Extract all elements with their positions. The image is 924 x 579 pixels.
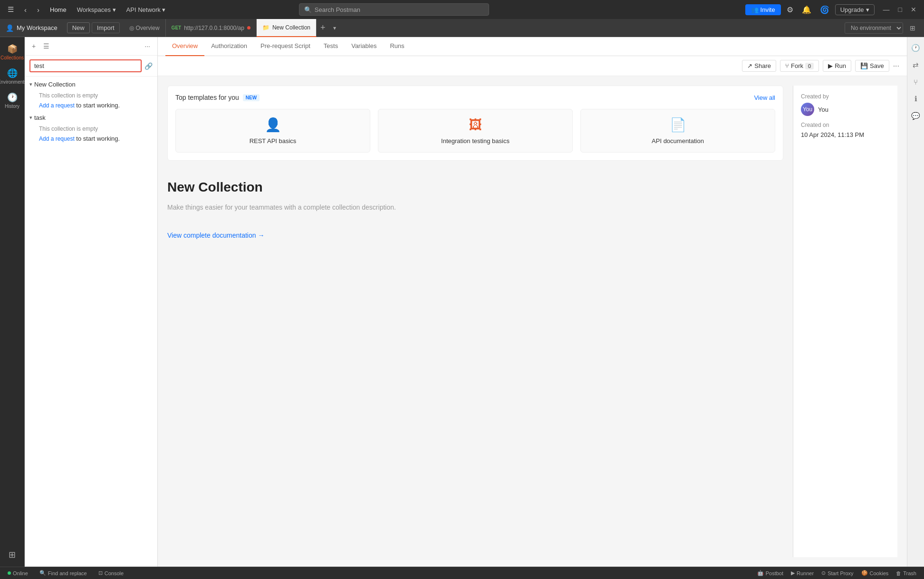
- filter-btn[interactable]: ☰: [41, 41, 52, 51]
- info-panel-btn[interactable]: ℹ: [913, 92, 919, 106]
- trash-btn[interactable]: 🗑 Trash: [893, 569, 919, 577]
- sidebar-item-flows[interactable]: ⊞: [2, 547, 23, 563]
- flows-icon: ⊞: [9, 550, 16, 560]
- panel-more-btn[interactable]: ···: [142, 41, 153, 51]
- tab-get-request[interactable]: GET http://127.0.0.1:8000/ap: [166, 19, 257, 37]
- close-btn[interactable]: ✕: [907, 4, 920, 15]
- collection-header-new[interactable]: ▾ New Collection: [25, 78, 157, 90]
- api-docs-icon: 📄: [670, 117, 686, 133]
- tab-content-variables[interactable]: Variables: [345, 37, 383, 56]
- collection-name-input[interactable]: [29, 59, 142, 72]
- back-btn[interactable]: ‹: [20, 4, 30, 16]
- workspaces-btn[interactable]: Workspaces ▾: [73, 4, 120, 15]
- search-icon: 🔍: [304, 6, 312, 13]
- layout-icon-btn[interactable]: ⊞: [907, 22, 918, 34]
- tabs-area: ◎ Overview GET http://127.0.0.1:8000/ap …: [124, 19, 841, 37]
- menu-icon-btn[interactable]: ☰: [4, 3, 18, 16]
- avatar-btn[interactable]: 🌀: [817, 3, 832, 16]
- console-btn[interactable]: ⊡ Console: [96, 569, 126, 577]
- apinetwork-btn[interactable]: API Network ▾: [123, 4, 170, 15]
- cookies-icon: 🍪: [861, 570, 868, 576]
- collection-body-new: This collection is empty Add a request t…: [25, 90, 157, 112]
- runner-btn[interactable]: ▶ Runner: [788, 569, 817, 577]
- workspace-name: 👤 My Workspace: [6, 24, 58, 32]
- empty-collection-msg-new: This collection is empty: [34, 90, 157, 101]
- fork-panel-btn[interactable]: ⑂: [912, 75, 920, 89]
- empty-collection-msg-task: This collection is empty: [34, 124, 157, 134]
- run-icon: ▶: [828, 62, 833, 69]
- tab-new-collection[interactable]: 📁 New Collection: [257, 19, 317, 37]
- content-toolbar: ↗ Share ⑂ Fork 0 ▶ Run 💾 Save ···: [158, 56, 907, 76]
- online-status[interactable]: Online: [5, 569, 31, 577]
- far-right-panel: 🕐 ⇄ ⑂ ℹ 💬: [907, 37, 924, 567]
- share-btn[interactable]: ↗ Share: [742, 60, 776, 72]
- history-panel-btn[interactable]: 🕐: [909, 41, 922, 55]
- template-api-docs[interactable]: 📄 API documentation: [580, 109, 775, 153]
- fork-btn[interactable]: ⑂ Fork 0: [780, 60, 819, 72]
- comment-panel-btn[interactable]: 💬: [909, 109, 922, 123]
- add-collection-btn[interactable]: +: [29, 41, 38, 51]
- view-docs-link[interactable]: View complete documentation →: [167, 232, 783, 239]
- forward-btn[interactable]: ›: [33, 4, 43, 16]
- find-replace-btn[interactable]: 🔍 Find and replace: [37, 569, 90, 577]
- right-sidebar: Created by You You Created on 10 Apr 202…: [793, 86, 897, 557]
- maximize-btn[interactable]: □: [895, 4, 906, 15]
- template-integration-testing[interactable]: 🖼 Integration testing basics: [378, 109, 573, 153]
- created-user: You You: [801, 103, 890, 116]
- tab-content-runs[interactable]: Runs: [383, 37, 411, 56]
- trash-icon: 🗑: [896, 570, 901, 576]
- sidebar-item-collections[interactable]: 📦 Collections: [2, 41, 23, 63]
- add-request-link-new[interactable]: Add a request: [39, 102, 75, 109]
- search-bar[interactable]: 🔍 Search Postman: [299, 3, 489, 16]
- tab-content-overview[interactable]: Overview: [165, 37, 204, 56]
- content-tabs: Overview Authorization Pre-request Scrip…: [158, 37, 907, 56]
- add-request-link-task[interactable]: Add a request: [39, 135, 75, 142]
- history-icon: 🕐: [7, 92, 18, 103]
- run-btn[interactable]: ▶ Run: [823, 60, 851, 72]
- collections-panel: + ☰ ··· 🔗 ▾ New Collection: [25, 37, 158, 567]
- avatar: You: [801, 103, 814, 116]
- created-by-section: Created by You You: [801, 93, 890, 116]
- tab-content-authorization[interactable]: Authorization: [204, 37, 254, 56]
- created-on-date: 10 Apr 2024, 11:13 PM: [801, 131, 890, 138]
- tab-content-prerequest[interactable]: Pre-request Script: [254, 37, 317, 56]
- import-btn[interactable]: Import: [92, 22, 120, 33]
- tab-overview[interactable]: ◎ Overview: [124, 19, 166, 37]
- collection-main-title: New Collection: [167, 180, 783, 195]
- templates-header: Top templates for you NEW View all: [175, 94, 775, 101]
- tab-content-tests[interactable]: Tests: [317, 37, 345, 56]
- toolbar-more-btn[interactable]: ···: [893, 60, 899, 72]
- overview-icon: ◎: [129, 25, 134, 31]
- panel-header: + ☰ ···: [25, 37, 157, 56]
- invite-btn[interactable]: 👥 Invite: [745, 4, 781, 15]
- view-all-link[interactable]: View all: [754, 94, 775, 101]
- collection-header-task[interactable]: ▾ task: [25, 112, 157, 124]
- second-bar: 👤 My Workspace New Import ◎ Overview GET…: [0, 19, 924, 37]
- bell-icon-btn[interactable]: 🔔: [799, 3, 814, 16]
- new-btn[interactable]: New: [67, 22, 90, 33]
- settings-icon-btn[interactable]: ⚙: [784, 3, 796, 16]
- start-proxy-btn[interactable]: ⊙ Start Proxy: [818, 569, 856, 577]
- home-btn[interactable]: Home: [46, 4, 70, 15]
- tabs-chevron[interactable]: ▾: [329, 23, 340, 33]
- top-right-area: 👥 Invite ⚙ 🔔 🌀 Upgrade ▾ — □ ✕: [745, 3, 920, 16]
- created-by-label: Created by: [801, 93, 890, 100]
- online-dot: [8, 571, 11, 575]
- add-tab-btn[interactable]: +: [317, 21, 329, 35]
- save-btn[interactable]: 💾 Save: [855, 60, 889, 72]
- cookies-btn[interactable]: 🍪 Cookies: [858, 569, 892, 577]
- sidebar-item-environments[interactable]: 🌐 Environments: [2, 65, 23, 87]
- proxy-icon: ⊙: [821, 570, 826, 576]
- minimize-btn[interactable]: —: [879, 4, 894, 15]
- postbot-btn[interactable]: 🤖 Postbot: [754, 569, 786, 577]
- environment-select[interactable]: No environment: [845, 22, 903, 34]
- main-content: Overview Authorization Pre-request Scrip…: [158, 37, 907, 567]
- upgrade-btn[interactable]: Upgrade ▾: [835, 4, 875, 15]
- git-panel-btn[interactable]: ⇄: [911, 58, 921, 72]
- template-rest-api[interactable]: 👤 REST API basics: [175, 109, 370, 153]
- templates-title: Top templates for you: [175, 94, 239, 101]
- runner-icon: ▶: [791, 570, 795, 576]
- sidebar-item-history[interactable]: 🕐 History: [2, 89, 23, 112]
- save-icon: 💾: [860, 62, 868, 69]
- collection-name-input-wrapper: 🔗: [29, 59, 153, 72]
